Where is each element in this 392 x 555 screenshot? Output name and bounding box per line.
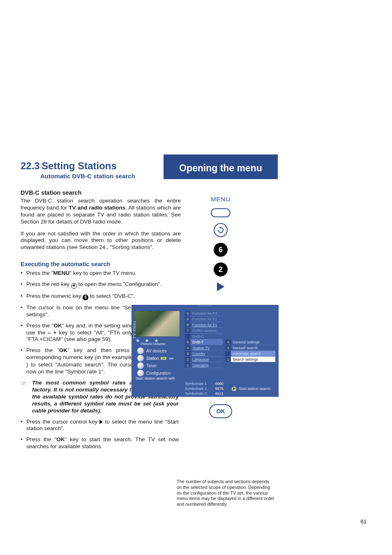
section-title: Setting Stations [42,160,117,171]
footnote-text: The number of subjects and sections depe… [177,479,275,507]
menu-label: MENU [211,196,231,203]
tv-menu-mid-list: 0Function for F39Function for F28Functio… [185,311,223,368]
mid-list-row: DVB-C [185,334,223,339]
paragraph-dvbc-2: If you are not satisfied with the order … [21,230,181,251]
step-5: • Press the "OK" key and, in the setting… [21,322,142,343]
section-subtitle: Automatic DVB-C station search [40,173,181,180]
right-list-row: Automatic search [225,351,275,357]
numeric-6-icon: 6 [83,295,88,300]
red-key-button-icon [214,223,228,237]
section-number: 22.3 [21,160,40,171]
step-8: • Press the "OK" key to start the search… [21,436,179,450]
right-list-row: 4General settings [225,339,275,345]
step-3: • Press the numeric key 6 to select "DVB… [21,293,142,300]
menu-button-icon [211,208,231,217]
mid-list-row: 1Operating [185,362,223,368]
tv-preview-thumbnail [134,311,180,337]
heading-exec-auto-search: Executing the automatic search [21,261,181,267]
symbolrate-row: Symbolrate 36111 [185,391,275,396]
mid-list-row: 3Country [185,351,223,357]
ok-chip-icon: OK [161,357,166,360]
paragraph-dvbc-1: The DVB-C station search operation searc… [21,198,181,226]
numeric-6-button-icon: 6 [214,243,228,257]
step-4: • The cursor is now on the menu line "Se… [21,304,142,318]
picture-volume-label: Picture Volume [141,342,166,346]
mid-list-row: 9Function for F2 [185,316,223,322]
right-list-row: 1Search settings [225,357,275,362]
step-2: • Press the red key ✱ to open the menu "… [21,281,181,289]
step-1: • Press the "MENU" key to open the TV me… [21,270,181,277]
symbolrate-row: Symbolrate 26875Start station search [185,386,275,391]
red-key-icon: ✱ [71,283,77,289]
sphere-icon [137,362,144,369]
mid-list-row: 0Function for F3 [185,311,223,316]
mid-list-row: 7EURO sockets [185,328,223,334]
mid-list-row: 4Analog-TV [185,345,223,351]
play-arrow-icon [232,387,236,391]
back-arrow-icon [217,226,224,234]
start-station-box: Start station search with [134,375,182,382]
menu-item-station: StationOKole [137,355,185,362]
step-6: • Press the "OK" key and then press the … [21,347,142,375]
tv-menu-screenshot: F1↑ ★ ★ ★ TV-Menu Picture Volume AV devi… [131,305,279,397]
mid-list-row: 2Language [185,357,223,362]
heading-dvbc-search: DVB-C station search [21,189,181,196]
pointing-hand-icon: ☞ [21,380,32,414]
step-7: • Press the cursor control key to select… [21,419,179,433]
menu-item-av-devices: AV devices [137,348,185,354]
symbolrate-row: Symbolrate 16900 [185,381,275,386]
tv-menu-right-list: 4General settings3Manuall searchAutomati… [225,339,275,362]
right-list-row: 3Manuall search [225,345,275,351]
sphere-icon [137,348,144,354]
tv-menu-side-label: TV-Menu [132,313,136,346]
numeric-2-button-icon: 2 [214,263,228,276]
sphere-icon [137,355,144,362]
mid-list-row: 5DVB-T [185,339,223,345]
ok-button-icon: OK [209,404,232,418]
f1-indicator: F1↑ [198,305,211,306]
symbol-rate-rows: Symbolrate 16900Symbolrate 26875Start st… [185,381,275,396]
mid-list-row: 8Function for F1 [185,322,223,328]
remote-button-sequence: MENU 6 2 [164,196,278,291]
page-number: 61 [361,518,367,525]
cursor-right-button-icon [217,282,224,291]
section-heading: 22.3 Setting Stations Automatic DVB-C st… [21,160,181,180]
menu-item-timer: Timer [137,362,185,369]
